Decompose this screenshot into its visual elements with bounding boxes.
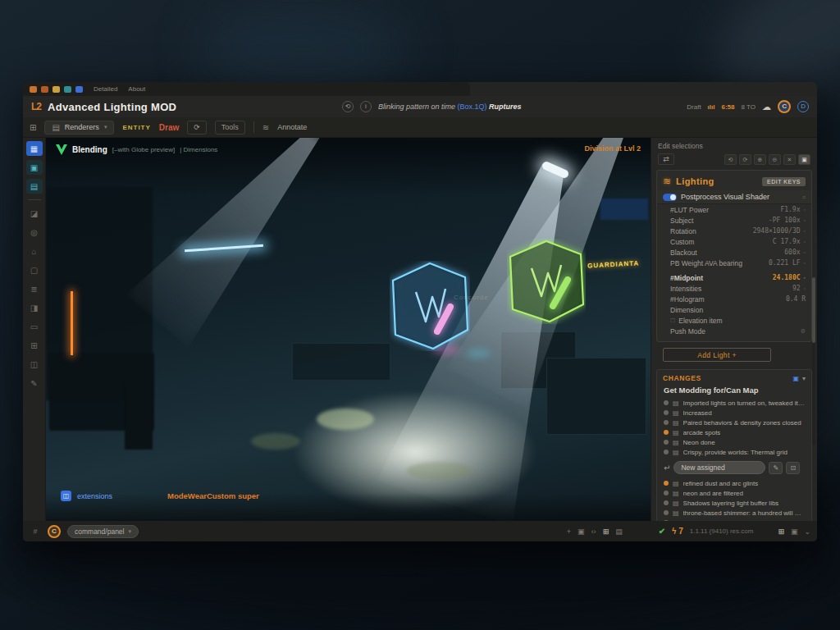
- change-item[interactable]: ▤Imported lights on turned on, tweaked i…: [657, 398, 811, 408]
- renderer-tab[interactable]: ▤ Renderers ▾: [44, 121, 114, 135]
- change-item[interactable]: ▤Paired behaviors & density zones closed: [657, 418, 811, 427]
- tools-button[interactable]: Tools: [215, 121, 245, 135]
- undo-button[interactable]: ⟲: [342, 101, 354, 112]
- layers-icon[interactable]: ≣: [26, 281, 43, 296]
- intensities-value[interactable]: 92: [792, 285, 801, 292]
- box-icon[interactable]: ▢: [26, 262, 43, 277]
- layout-grid-icon[interactable]: ⊞: [30, 123, 36, 132]
- property-value[interactable]: 2948×1000/3D: [753, 227, 801, 235]
- edit-keys-button[interactable]: EDIT KEYS: [762, 177, 806, 186]
- dock-icon-3[interactable]: [52, 86, 60, 93]
- lock-icon[interactable]: ▫: [804, 249, 806, 255]
- dock-icon-2[interactable]: [41, 86, 48, 93]
- change-item[interactable]: ▤throne-based shimmer: a hundred will 8 …: [657, 508, 811, 518]
- dock-icon-5[interactable]: [75, 86, 83, 93]
- share-icon[interactable]: ▣: [792, 375, 799, 382]
- sidebar-scrollbar[interactable]: [812, 277, 815, 445]
- info-button[interactable]: i: [360, 101, 372, 112]
- scrollbar-thumb[interactable]: [812, 277, 815, 343]
- subtitle-link[interactable]: (Box.1Q): [458, 103, 487, 111]
- property-value[interactable]: 0.221 LF: [769, 259, 801, 267]
- chevron-icon[interactable]: ⌄: [804, 527, 810, 536]
- change-item[interactable]: ▤Crispy, provide worlds: Thermal grid: [657, 447, 811, 457]
- scene-view-icon[interactable]: ▦: [26, 141, 43, 156]
- panel-toggle-icon[interactable]: ▤: [615, 527, 623, 536]
- shader-menu-icon[interactable]: ≡: [802, 194, 806, 200]
- cloud-icon[interactable]: ☁: [762, 102, 771, 112]
- draw-mode-button[interactable]: Draw: [159, 123, 179, 132]
- shader-row[interactable]: Postprocess Visual Shader ≡: [657, 190, 811, 204]
- grid-toggle-icon[interactable]: ⊞: [603, 527, 609, 536]
- brush-icon[interactable]: ◪: [26, 206, 43, 221]
- add-icon[interactable]: +: [567, 527, 571, 536]
- clear-button[interactable]: ✕: [783, 154, 796, 165]
- menu-tab-detailed[interactable]: Detailed: [94, 85, 117, 93]
- undo-step-button[interactable]: ⟲: [724, 154, 737, 165]
- status-rail-icon[interactable]: #: [30, 527, 41, 536]
- property-value[interactable]: -PF 100x: [769, 217, 801, 224]
- hologram-value[interactable]: 0.4 R: [786, 295, 806, 303]
- change-item[interactable]: ▤Shadows layering light buffer libs: [657, 498, 811, 508]
- entity-mode-label[interactable]: ENTITY: [122, 124, 150, 131]
- elevation-row[interactable]: ☐Elevation item: [657, 315, 811, 326]
- assign-input[interactable]: [673, 461, 765, 474]
- console-icon[interactable]: ◫: [26, 357, 43, 372]
- midpoint-value[interactable]: 24.180C: [773, 274, 801, 281]
- checkbox-icon[interactable]: ☐: [670, 317, 675, 324]
- push-mode-row[interactable]: Push Mode⚙: [657, 326, 811, 336]
- collapse-icon[interactable]: ▾: [802, 375, 806, 382]
- zoom-out-button[interactable]: ⊖: [769, 154, 781, 165]
- lock-icon[interactable]: ▫: [804, 260, 806, 266]
- shader-toggle[interactable]: [663, 194, 677, 201]
- add-light-button[interactable]: Add Light +: [663, 348, 771, 362]
- solo-button[interactable]: ▣: [798, 154, 810, 165]
- pen-icon[interactable]: ✎: [26, 376, 43, 390]
- textures-icon[interactable]: ▤: [26, 179, 43, 194]
- globe-icon[interactable]: ◎: [26, 225, 43, 240]
- change-item[interactable]: ▤Increased: [657, 408, 811, 418]
- attach-button[interactable]: ⊡: [786, 462, 800, 474]
- materials-icon[interactable]: ▣: [26, 160, 43, 175]
- split-view-icon[interactable]: ◨: [26, 300, 43, 315]
- layout-icon[interactable]: ⊞: [778, 527, 784, 536]
- lock-icon[interactable]: ▫: [804, 207, 806, 212]
- dimension-row[interactable]: Dimension: [657, 304, 811, 315]
- property-value[interactable]: F1.9x: [780, 206, 800, 213]
- dock-icon-1[interactable]: [30, 86, 37, 93]
- status-avatar[interactable]: C: [48, 525, 61, 538]
- viewport-3d[interactable]: GUARDIANTA Concorde Blending [–with Glob…: [46, 138, 651, 521]
- menu-tab-about[interactable]: About: [128, 85, 145, 93]
- edit-note-button[interactable]: ✎: [769, 462, 783, 474]
- lock-icon[interactable]: ▫: [804, 285, 806, 291]
- assistant-icon[interactable]: D: [797, 101, 809, 112]
- lock-icon[interactable]: ▪: [804, 275, 806, 281]
- lock-icon[interactable]: ▫: [804, 239, 806, 244]
- zoom-in-button[interactable]: ⊕: [754, 154, 766, 165]
- frame-icon[interactable]: ▣: [578, 527, 585, 536]
- dock-icon-4[interactable]: [64, 86, 71, 93]
- box-view-icon[interactable]: ▣: [791, 527, 798, 536]
- annotate-button[interactable]: Annotate: [277, 123, 307, 131]
- change-item[interactable]: ▤refined dust and arc glints: [657, 478, 811, 488]
- swap-icon[interactable]: ⇄: [658, 153, 674, 165]
- property-value[interactable]: 600x: [784, 249, 800, 256]
- chevron-down-icon: ▾: [104, 124, 107, 130]
- rotate-button[interactable]: ⟳: [187, 121, 207, 135]
- property-value[interactable]: C 17.9x: [773, 238, 801, 245]
- hologram-row: #Hologram0.4 R: [657, 294, 811, 304]
- change-item[interactable]: ▤arcade spots: [657, 427, 811, 437]
- wrench-icon[interactable]: ⚙: [801, 328, 806, 335]
- home-icon[interactable]: ⌂: [26, 244, 43, 258]
- redo-step-button[interactable]: ⟳: [739, 154, 751, 165]
- arrows-icon[interactable]: ‹›: [591, 527, 596, 536]
- lock-icon[interactable]: ▫: [804, 228, 806, 234]
- command-pill[interactable]: command/panel ▾: [67, 525, 139, 538]
- change-item[interactable]: ▤neon and are filtered: [657, 488, 811, 498]
- grid-icon[interactable]: ⊞: [26, 338, 43, 353]
- filter-icon[interactable]: ≋: [262, 123, 269, 132]
- lock-icon[interactable]: ▫: [804, 217, 806, 223]
- user-avatar[interactable]: C: [778, 100, 791, 113]
- change-item[interactable]: ▤Neon done: [657, 437, 811, 447]
- collab-avatar[interactable]: ◫: [61, 491, 71, 501]
- plane-icon[interactable]: ▭: [26, 319, 43, 334]
